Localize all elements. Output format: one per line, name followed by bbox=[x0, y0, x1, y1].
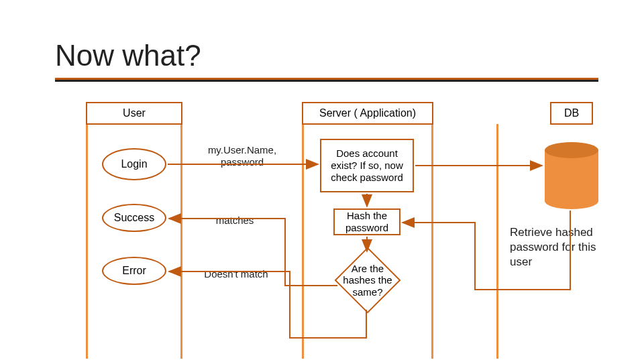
node-success: Success bbox=[102, 204, 166, 232]
label-matches: matches bbox=[201, 215, 268, 227]
db-cylinder-icon bbox=[545, 142, 598, 209]
title-divider bbox=[55, 78, 598, 82]
lane-right-server bbox=[431, 124, 433, 359]
label-no-match: Doesn't match bbox=[196, 268, 276, 280]
label-credentials: my.User.Name, password bbox=[199, 144, 286, 168]
node-compare: Are the hashes the same? bbox=[335, 248, 400, 312]
lane-header-server: Server ( Application) bbox=[302, 102, 433, 125]
slide-title: Now what? bbox=[55, 39, 201, 72]
lane-header-user: User bbox=[86, 102, 182, 125]
node-login: Login bbox=[102, 148, 166, 180]
node-compare-text: Are the hashes the same? bbox=[335, 263, 400, 298]
lane-left-server bbox=[302, 124, 304, 359]
node-check-account: Does account exist? If so, now check pas… bbox=[320, 139, 414, 192]
node-error: Error bbox=[102, 257, 166, 285]
lane-right-user bbox=[180, 124, 182, 359]
node-hash: Hash the password bbox=[333, 208, 400, 235]
lane-left-db bbox=[496, 124, 498, 359]
lane-left-user bbox=[86, 124, 88, 359]
db-annotation: Retrieve hashed password for this user bbox=[510, 225, 610, 269]
lane-header-db: DB bbox=[550, 102, 593, 125]
